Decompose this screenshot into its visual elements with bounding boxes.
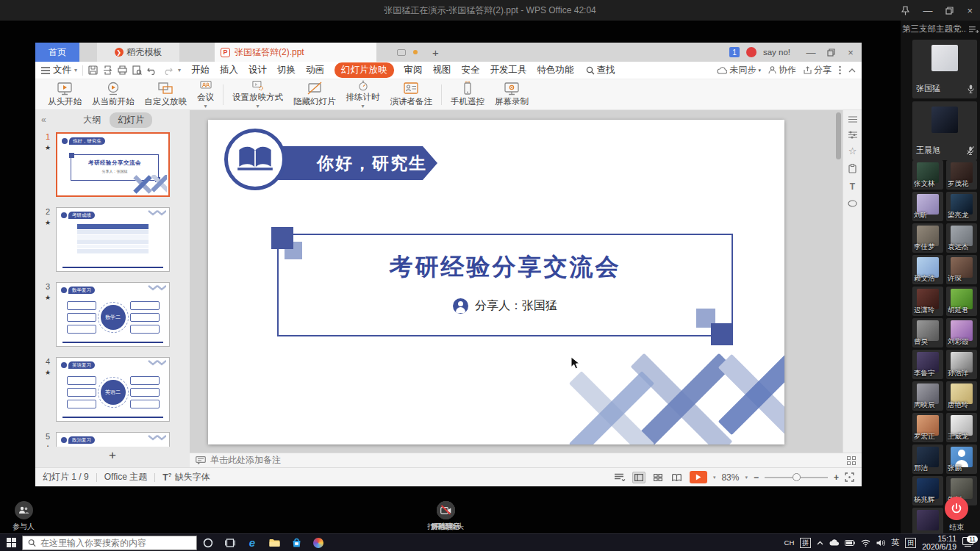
participant-tile[interactable]: 李佳梦 (912, 223, 943, 253)
find-button[interactable]: 查找 (586, 64, 615, 76)
taskbar-clock[interactable]: 15:11 2020/6/19 (922, 535, 956, 551)
battery-icon[interactable] (845, 540, 855, 546)
collapse-panel-icon[interactable]: « (41, 115, 46, 125)
play-options-caret[interactable]: ▾ (713, 475, 716, 480)
participant-tile[interactable]: 罗茂花 (946, 160, 977, 190)
minimize-button[interactable]: — (923, 5, 932, 16)
participant-tile[interactable]: 迟潇玲 (912, 287, 943, 316)
zoom-out-button[interactable]: − (754, 472, 759, 483)
task-view-icon[interactable] (219, 534, 241, 551)
ribbon-from-current[interactable]: 从当前开始 (87, 80, 140, 109)
ime-pinyin-icon[interactable]: 拼 (800, 538, 811, 548)
menu-item[interactable]: 视图 (433, 64, 451, 76)
wps-close-button[interactable]: × (844, 47, 857, 58)
normal-view-button[interactable] (632, 472, 645, 483)
participant-tile[interactable]: 梁亮龙 (946, 192, 977, 221)
tray-expand-icon[interactable] (817, 541, 823, 545)
cortana-icon[interactable] (197, 534, 219, 551)
participant-tile[interactable]: 杨兆辉 (912, 476, 943, 505)
menu-item[interactable]: 特色功能 (537, 64, 574, 76)
participant-tile[interactable]: 罗宏正 (912, 413, 943, 442)
menu-item[interactable]: 安全 (462, 64, 480, 76)
share-button[interactable]: 分享 (804, 64, 831, 76)
participant-tile[interactable]: 胡延君 (946, 287, 977, 316)
cloud-tray-icon[interactable] (829, 539, 839, 546)
menu-item[interactable]: 开始 (191, 64, 210, 76)
zoom-slider-knob[interactable] (793, 473, 801, 481)
canvas-scrollbar[interactable] (836, 112, 841, 159)
play-slideshow-button[interactable] (690, 471, 707, 483)
output-icon[interactable] (103, 65, 112, 75)
effects-icon[interactable]: ☆ (848, 147, 857, 156)
participant-tile[interactable]: 赖文浩 (912, 255, 943, 284)
ime-mode[interactable]: CH (784, 539, 795, 547)
pane-list-icon[interactable] (848, 116, 857, 123)
ribbon-presenter-notes[interactable]: 演讲者备注 (385, 80, 438, 109)
participant-tile[interactable]: 邢洁 (912, 444, 943, 474)
menu-item[interactable]: 设计 (248, 64, 267, 76)
zoom-level[interactable]: 83% (721, 472, 739, 483)
wps-restore-button[interactable] (824, 48, 837, 57)
theme-status[interactable]: Office 主题 (104, 471, 147, 483)
participant-tile[interactable]: 王威龙 (946, 413, 977, 442)
reading-view-button[interactable] (670, 472, 684, 483)
close-button[interactable]: × (967, 5, 973, 16)
fit-slide-button[interactable] (845, 472, 854, 482)
notification-tray-icon[interactable]: 11 (962, 537, 976, 549)
clipboard-icon[interactable] (848, 164, 856, 173)
menu-item[interactable]: 插入 (220, 64, 238, 76)
browser-icon[interactable] (307, 534, 329, 551)
outline-tab[interactable]: 大纲 (83, 114, 101, 126)
ribbon-rehearse[interactable]: 排练计时▾ (341, 80, 385, 109)
ribbon-from-beginning[interactable]: 从头开始 (43, 80, 87, 109)
restore-button[interactable] (945, 7, 954, 15)
participant-tile[interactable]: 张鹏 (946, 444, 977, 474)
camera-button[interactable]: 打开摄像头 (426, 501, 465, 532)
thumbnail-slide-4[interactable]: 英语复习 英语二 (56, 357, 170, 422)
file-explorer-icon[interactable] (263, 534, 285, 551)
toolbar-caret-icon[interactable]: ▾ (178, 67, 181, 73)
ime-grid-icon[interactable]: 田 (905, 538, 916, 548)
zoom-slider[interactable] (765, 477, 828, 478)
volume-icon[interactable] (876, 539, 885, 547)
participant-tile[interactable]: 刘彩霞 (946, 318, 977, 347)
participant-tile[interactable]: 曾昊 (912, 318, 943, 347)
menu-item[interactable]: 动画 (306, 64, 324, 76)
collapse-ribbon-icon[interactable] (848, 68, 856, 73)
thumbnail-slide-1[interactable]: 你好，研究生 考研经验分享交流会 分享人：张国猛 (56, 132, 170, 197)
undo-icon[interactable] (147, 66, 157, 75)
text-tool-icon[interactable]: T (850, 181, 855, 192)
search-input[interactable] (40, 538, 191, 548)
menu-item[interactable]: 开发工具 (490, 64, 527, 76)
participant-tile[interactable]: 刘昕 (912, 192, 943, 221)
participant-tile[interactable]: 周映辰 (912, 381, 943, 411)
add-slide-button[interactable]: + (35, 448, 190, 466)
ribbon-phone-remote[interactable]: 手机遥控 (446, 80, 490, 109)
file-menu[interactable]: 文件▾ (41, 64, 77, 76)
slides-tab[interactable]: 幻灯片 (110, 112, 152, 128)
participant-tile[interactable]: 李鲁宇 (912, 350, 943, 379)
print-icon[interactable] (118, 65, 127, 75)
save-icon[interactable] (88, 65, 98, 75)
new-tab-button[interactable]: + (432, 46, 439, 59)
tab-chat-icon[interactable] (397, 49, 406, 56)
wps-minimize-button[interactable]: — (804, 47, 818, 58)
slide-1-canvas[interactable]: 你好，研究生 考研经验分享交流会 分享人：张国猛 (208, 120, 784, 444)
ribbon-screen-record[interactable]: 屏幕录制 (490, 80, 534, 109)
start-button[interactable] (0, 534, 22, 551)
notes-toggle-icon[interactable] (615, 473, 626, 481)
slide-title-box[interactable]: 考研经验分享交流会 分享人：张国猛 (277, 234, 733, 336)
properties-icon[interactable] (848, 131, 857, 139)
participant-tile[interactable]: 孙浩洋 (946, 350, 977, 379)
notes-bar[interactable]: 单击此处添加备注 (190, 453, 862, 467)
tab-home[interactable]: 首页 (35, 43, 79, 62)
participant-tile[interactable]: 张文林 (912, 160, 943, 190)
thumbnail-slide-5[interactable]: 政治复习 (56, 432, 170, 447)
menu-item-slideshow[interactable]: 幻灯片放映 (335, 62, 394, 78)
slide-sorter-button[interactable] (651, 472, 665, 483)
taskbar-search[interactable] (22, 536, 197, 550)
participant-tile-featured[interactable]: 张国猛 (912, 40, 977, 98)
message-count-badge[interactable]: 1 (729, 47, 740, 57)
thumbnail-slide-2[interactable]: 考研成绩 (56, 207, 170, 272)
account-name[interactable]: say no! (763, 48, 790, 57)
